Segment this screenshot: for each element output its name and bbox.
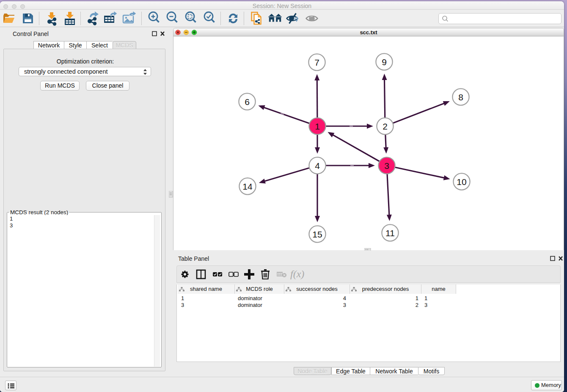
svg-text:14: 14 — [242, 182, 253, 191]
svg-text:7: 7 — [314, 58, 319, 67]
svg-text:2: 2 — [383, 121, 388, 131]
svg-text:3: 3 — [384, 161, 389, 171]
svg-text:1: 1 — [315, 121, 320, 131]
svg-text:8: 8 — [458, 92, 463, 102]
svg-text:9: 9 — [382, 57, 387, 67]
svg-text:6: 6 — [245, 97, 250, 107]
svg-text:15: 15 — [312, 229, 322, 239]
svg-text:10: 10 — [457, 177, 466, 187]
svg-text:4: 4 — [315, 161, 320, 171]
svg-text:11: 11 — [385, 228, 395, 238]
